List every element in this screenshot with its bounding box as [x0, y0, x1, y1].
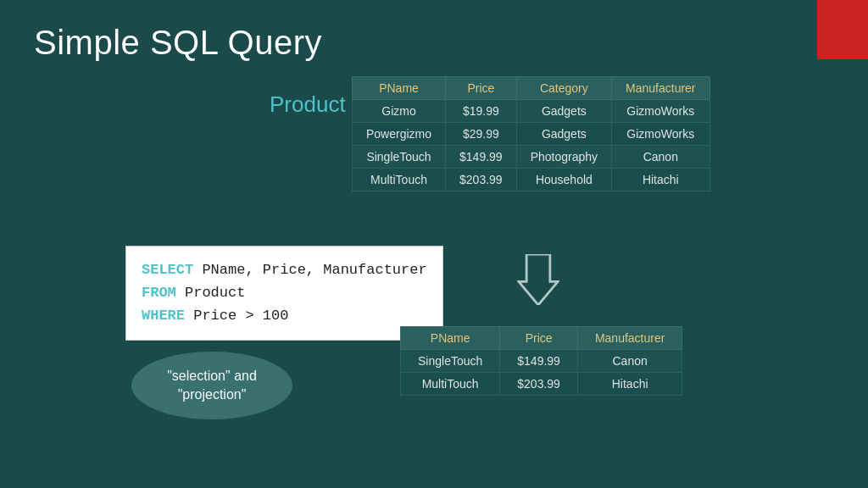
- cell: $203.99: [500, 373, 578, 396]
- cell: Hitachi: [612, 169, 709, 191]
- result-col-pname: PName: [401, 327, 500, 350]
- cell: Household: [516, 169, 611, 191]
- table-row: MultiTouch $203.99 Hitachi: [401, 373, 682, 396]
- sql-line-2: FROM Product: [142, 281, 427, 304]
- cell: GizmoWorks: [612, 100, 709, 123]
- sql-query-box: SELECT PName, Price, Manufacturer FROM P…: [125, 246, 443, 341]
- sql-select-keyword: SELECT: [142, 262, 193, 278]
- cell: Canon: [612, 146, 709, 169]
- sql-line-3: WHERE Price > 100: [142, 304, 427, 327]
- selection-projection-label: "selection" and"projection": [131, 352, 292, 419]
- sql-where-keyword: WHERE: [142, 308, 185, 324]
- cell: SingleTouch: [401, 350, 500, 373]
- result-table: PName Price Manufacturer SingleTouch $14…: [400, 326, 682, 396]
- result-col-manufacturer: Manufacturer: [577, 327, 682, 350]
- result-table-container: PName Price Manufacturer SingleTouch $14…: [400, 326, 682, 396]
- cell: $203.99: [446, 169, 517, 191]
- cell: $29.99: [446, 123, 517, 146]
- cell: $149.99: [446, 146, 517, 169]
- col-manufacturer: Manufacturer: [612, 77, 709, 100]
- product-table: PName Price Category Manufacturer Gizmo …: [352, 76, 710, 191]
- table-row: SingleTouch $149.99 Photography Canon: [353, 146, 710, 169]
- sql-line-1: SELECT PName, Price, Manufacturer: [142, 258, 427, 281]
- cell: GizmoWorks: [612, 123, 709, 146]
- arrow-down-icon: [517, 254, 559, 305]
- cell: $149.99: [500, 350, 578, 373]
- selection-projection-text: "selection" and"projection": [167, 367, 257, 405]
- cell: MultiTouch: [401, 373, 500, 396]
- cell: Hitachi: [577, 373, 682, 396]
- table-row: MultiTouch $203.99 Household Hitachi: [353, 169, 710, 191]
- cell: SingleTouch: [353, 146, 446, 169]
- col-pname: PName: [353, 77, 446, 100]
- cell: Gadgets: [516, 123, 611, 146]
- cell: Powergizmo: [353, 123, 446, 146]
- cell: Gizmo: [353, 100, 446, 123]
- sql-from-text: Product: [176, 285, 246, 301]
- cell: Canon: [577, 350, 682, 373]
- down-arrow: [517, 254, 559, 308]
- top-table-container: PName Price Category Manufacturer Gizmo …: [352, 76, 710, 191]
- slide-title: Simple SQL Query: [34, 24, 322, 62]
- cell: MultiTouch: [353, 169, 446, 191]
- sql-select-text: PName, Price, Manufacturer: [193, 262, 426, 278]
- sql-from-keyword: FROM: [142, 285, 176, 301]
- col-price: Price: [446, 77, 517, 100]
- sql-where-text: Price > 100: [185, 308, 288, 324]
- table-row: Powergizmo $29.99 Gadgets GizmoWorks: [353, 123, 710, 146]
- table-row: SingleTouch $149.99 Canon: [401, 350, 682, 373]
- cell: Gadgets: [516, 100, 611, 123]
- red-corner-decoration: [817, 0, 868, 59]
- result-col-price: Price: [500, 327, 578, 350]
- product-label: Product: [270, 92, 346, 118]
- cell: Photography: [516, 146, 611, 169]
- table-row: Gizmo $19.99 Gadgets GizmoWorks: [353, 100, 710, 123]
- cell: $19.99: [446, 100, 517, 123]
- svg-marker-0: [519, 254, 558, 305]
- col-category: Category: [516, 77, 611, 100]
